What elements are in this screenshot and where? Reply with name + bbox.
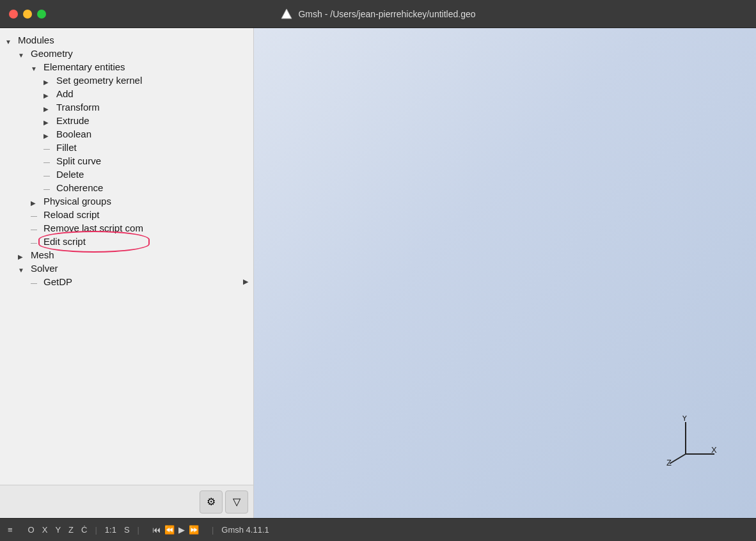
tree-item-getdp[interactable]: GetDP ▶: [0, 275, 253, 288]
arrow-right-icon: [31, 196, 41, 207]
title-text: Gmsh - /Users/jean-pierrehickey/untitled…: [298, 9, 475, 19]
z-axis-label: Z: [666, 458, 672, 467]
tree-item-physical-groups[interactable]: Physical groups: [0, 194, 253, 208]
submenu-arrow-icon: ▶: [243, 278, 248, 286]
tree-item-elementary-entities[interactable]: Elementary entities: [0, 60, 253, 74]
dash-icon: [43, 169, 54, 180]
y-axis-label: Y: [682, 416, 688, 423]
tree-label: GetDP: [43, 276, 72, 287]
arrow-right-icon: [43, 75, 54, 86]
tree-label: Geometry: [31, 48, 73, 59]
dash-icon: [43, 156, 54, 166]
tree-label: Edit script: [43, 236, 86, 247]
arrow-right-icon: [18, 250, 28, 260]
tree-label: Physical groups: [43, 196, 111, 207]
tree-label: Coherence: [56, 182, 103, 193]
svg-marker-0: [281, 9, 292, 19]
tree-label: Solver: [31, 263, 58, 274]
status-icon-o[interactable]: O: [28, 525, 35, 535]
tree-label: Delete: [56, 169, 84, 180]
status-scale: 1:1: [105, 525, 116, 535]
tree-label: Split curve: [56, 155, 101, 166]
arrow-down-icon: [18, 49, 28, 59]
window-controls[interactable]: [9, 10, 46, 19]
tree-item-fillet[interactable]: Fillet: [0, 141, 253, 154]
dash-icon: [43, 183, 54, 193]
play-controls[interactable]: ⏮ ⏪ ▶ ⏩: [152, 525, 199, 535]
status-icon-x[interactable]: X: [42, 525, 48, 535]
arrow-right-icon: [43, 102, 54, 113]
axis-indicator: Y Z X: [666, 416, 718, 467]
dash-icon: [31, 277, 41, 287]
tree-item-coherence[interactable]: Coherence: [0, 181, 253, 194]
tree-label: Elementary entities: [43, 61, 125, 72]
tree-item-set-geometry-kernel[interactable]: Set geometry kernel: [0, 74, 253, 87]
dash-icon: [31, 223, 41, 233]
arrow-right-icon: [43, 129, 54, 139]
play-next-icon[interactable]: ⏩: [189, 525, 199, 535]
arrow-right-icon: [43, 89, 54, 99]
tree-area[interactable]: Modules Geometry Elementary entities Set…: [0, 28, 253, 485]
arrow-right-icon: [43, 116, 54, 126]
minimize-button[interactable]: [23, 10, 32, 19]
gmsh-logo-icon: [280, 8, 293, 20]
tree-item-extrude[interactable]: Extrude: [0, 114, 253, 127]
titlebar: Gmsh - /Users/jean-pierrehickey/untitled…: [0, 0, 756, 28]
play-play-icon[interactable]: ▶: [178, 525, 185, 535]
play-start-icon[interactable]: ⏮: [152, 525, 161, 535]
tree-label: Modules: [18, 35, 54, 45]
dash-icon: [31, 210, 41, 220]
dash-icon: [43, 143, 54, 153]
tree-item-add[interactable]: Add: [0, 87, 253, 100]
tree-item-remove-last-script[interactable]: Remove last script com: [0, 221, 253, 235]
tree-label: Extrude: [56, 115, 90, 126]
tree-item-delete[interactable]: Delete: [0, 168, 253, 181]
tree-item-edit-script[interactable]: Edit script: [0, 235, 253, 248]
status-icon-c[interactable]: Ċ: [81, 525, 87, 535]
tree-item-mesh[interactable]: Mesh: [0, 248, 253, 262]
main-layout: Modules Geometry Elementary entities Set…: [0, 28, 756, 518]
version-label: Gmsh 4.11.1: [221, 525, 269, 535]
tree-label: Set geometry kernel: [56, 75, 142, 86]
tree-label: Boolean: [56, 129, 91, 139]
status-icon-z[interactable]: Z: [68, 525, 74, 535]
tree-item-modules[interactable]: Modules: [0, 33, 253, 47]
filter-button[interactable]: ▽: [225, 490, 248, 514]
tree-item-reload-script[interactable]: Reload script: [0, 208, 253, 221]
x-axis-label: X: [711, 445, 717, 455]
dash-icon: [31, 237, 41, 247]
tree-item-solver[interactable]: Solver: [0, 262, 253, 275]
tree-label: Reload script: [43, 209, 100, 220]
status-mode: S: [124, 525, 130, 535]
tree-label: Remove last script com: [43, 223, 143, 233]
tree-item-boolean[interactable]: Boolean: [0, 127, 253, 141]
statusbar: ≡ O X Y Z Ċ | 1:1 S | ⏮ ⏪ ▶ ⏩ | Gmsh 4.1…: [0, 518, 756, 541]
svg-line-2: [670, 454, 686, 464]
tree-label: Transform: [56, 102, 100, 113]
sidebar-bottom: ⚙ ▽: [0, 485, 253, 518]
arrow-down-icon: [18, 263, 28, 274]
status-icon-y[interactable]: Y: [55, 525, 61, 535]
tree-item-split-curve[interactable]: Split curve: [0, 154, 253, 168]
window-title: Gmsh - /Users/jean-pierrehickey/untitled…: [280, 8, 475, 20]
arrow-down-icon: [5, 35, 15, 45]
tree-item-geometry[interactable]: Geometry: [0, 47, 253, 60]
arrow-down-icon: [31, 62, 41, 72]
sidebar: Modules Geometry Elementary entities Set…: [0, 28, 254, 518]
maximize-button[interactable]: [37, 10, 46, 19]
close-button[interactable]: [9, 10, 18, 19]
gear-icon: ⚙: [207, 496, 216, 508]
tree-label: Fillet: [56, 142, 77, 153]
tree-label: Mesh: [31, 249, 54, 260]
tree-item-transform[interactable]: Transform: [0, 100, 253, 114]
filter-icon: ▽: [233, 496, 240, 508]
viewport[interactable]: Y Z X: [254, 28, 756, 518]
status-icon-menu[interactable]: ≡: [8, 525, 13, 535]
gear-button[interactable]: ⚙: [200, 490, 223, 514]
tree-label: Add: [56, 88, 74, 99]
play-prev-icon[interactable]: ⏪: [164, 525, 175, 535]
